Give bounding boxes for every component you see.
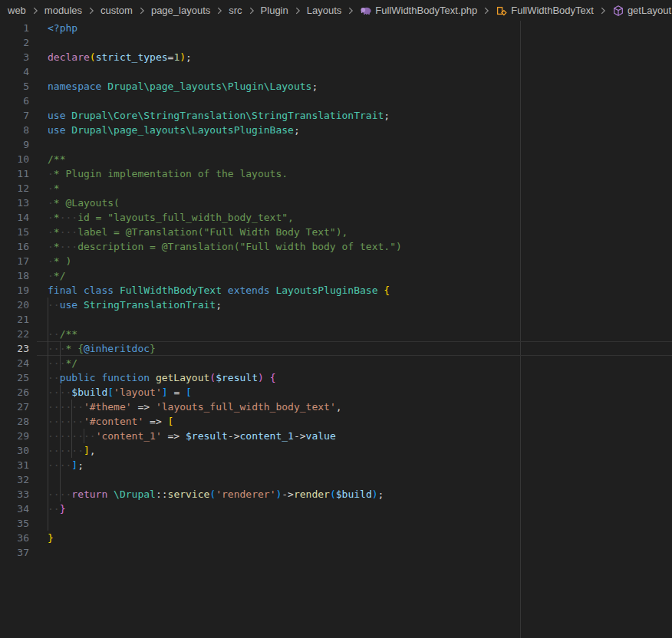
token-b2: { xyxy=(270,372,276,383)
line-number[interactable]: 13 xyxy=(0,196,29,210)
code-line-1[interactable]: 1<?php xyxy=(0,21,672,35)
line-number[interactable]: 1 xyxy=(0,21,29,35)
code-line-8[interactable]: 8use Drupal\page_layouts\LayoutsPluginBa… xyxy=(0,123,672,137)
token-b3: ( xyxy=(209,488,216,500)
line-number[interactable]: 22 xyxy=(0,327,29,341)
code-line-10[interactable]: 10/** xyxy=(0,152,672,166)
line-number[interactable]: 16 xyxy=(0,239,29,254)
line-number[interactable]: 8 xyxy=(0,123,29,137)
code-line-19[interactable]: 19final class FullWidthBodyText extends … xyxy=(0,283,672,298)
code-line-14[interactable]: 14·*···id = "layouts_full_width_body_tex… xyxy=(0,210,672,225)
code-line-5[interactable]: 5namespace Drupal\page_layouts\Plugin\La… xyxy=(0,79,672,94)
code-line-13[interactable]: 13·* @Layouts( xyxy=(0,196,672,210)
line-number[interactable]: 7 xyxy=(0,108,29,123)
code-editor[interactable]: 1<?php23declare(strict_types=1);45namesp… xyxy=(0,21,672,638)
code-line-23[interactable]: 23···* {@inheritdoc} xyxy=(0,341,672,356)
line-number[interactable]: 10 xyxy=(0,152,29,166)
line-number[interactable]: 33 xyxy=(0,487,29,502)
code-line-34[interactable]: 34··} xyxy=(0,502,672,516)
line-number[interactable]: 6 xyxy=(0,94,29,108)
token-comm: { xyxy=(77,343,84,354)
line-number[interactable]: 37 xyxy=(0,545,29,560)
line-number[interactable]: 11 xyxy=(0,166,29,181)
code-line-30[interactable]: 30······], xyxy=(0,443,672,458)
breadcrumb-item-page-layouts[interactable]: page_layouts xyxy=(151,5,210,16)
line-number[interactable]: 29 xyxy=(0,429,29,443)
indent-guide xyxy=(48,472,48,487)
code-line-21[interactable]: 21 xyxy=(0,312,672,327)
token-kw: namespace xyxy=(48,81,107,92)
line-number[interactable]: 35 xyxy=(0,516,29,531)
code-line-2[interactable]: 2 xyxy=(0,35,672,50)
token-b1: } xyxy=(48,532,54,544)
code-line-6[interactable]: 6 xyxy=(0,94,672,108)
line-number[interactable]: 24 xyxy=(0,356,29,370)
line-number[interactable]: 15 xyxy=(0,225,29,239)
line-number[interactable]: 34 xyxy=(0,502,29,516)
code-line-3[interactable]: 3declare(strict_types=1); xyxy=(0,50,672,64)
line-number[interactable]: 31 xyxy=(0,458,29,472)
code-line-27[interactable]: 27······'#theme' => 'layouts_full_width_… xyxy=(0,400,672,414)
token-comm: * ) xyxy=(54,255,71,267)
line-number[interactable]: 30 xyxy=(0,443,29,458)
line-number[interactable]: 5 xyxy=(0,79,29,94)
breadcrumb-item-src[interactable]: src xyxy=(229,5,242,16)
line-number[interactable]: 4 xyxy=(0,64,29,79)
code-line-29[interactable]: 29········'content_1' => $result->conten… xyxy=(0,429,672,443)
token-comm: * xyxy=(54,241,60,252)
line-number[interactable]: 2 xyxy=(0,35,29,50)
code-line-12[interactable]: 12·* xyxy=(0,181,672,196)
line-number[interactable]: 25 xyxy=(0,370,29,385)
code-line-16[interactable]: 16·*···description = @Translation("Full … xyxy=(0,239,672,254)
code-line-15[interactable]: 15·*···label = @Translation("Full Width … xyxy=(0,225,672,239)
code-line-31[interactable]: 31····]; xyxy=(0,458,672,472)
code-line-33[interactable]: 33····return \Drupal::service('renderer'… xyxy=(0,487,672,502)
code-line-9[interactable]: 9 xyxy=(0,137,672,152)
breadcrumb-item-layouts[interactable]: Layouts xyxy=(307,5,342,16)
code-line-4[interactable]: 4 xyxy=(0,64,672,79)
line-number[interactable]: 14 xyxy=(0,210,29,225)
code-line-17[interactable]: 17·* ) xyxy=(0,254,672,268)
breadcrumb-item-plugin[interactable]: Plugin xyxy=(261,5,288,16)
breadcrumb-item-modules[interactable]: modules xyxy=(44,5,82,16)
code-line-22[interactable]: 22··/** xyxy=(0,327,672,341)
token-b1: ] xyxy=(84,445,90,456)
breadcrumb-item-getlayout[interactable]: getLayout xyxy=(612,5,671,17)
code-line-7[interactable]: 7use Drupal\Core\StringTranslation\Strin… xyxy=(0,108,672,123)
token-ws: ·· xyxy=(48,372,60,383)
line-number[interactable]: 18 xyxy=(0,268,29,283)
token-def: ; xyxy=(216,299,222,311)
code-line-25[interactable]: 25··public function getLayout($result) { xyxy=(0,370,672,385)
breadcrumb-item-fullwidthbodytext[interactable]: FullWidthBodyText xyxy=(496,5,594,17)
code-line-28[interactable]: 28······'#content' => [ xyxy=(0,414,672,429)
code-line-24[interactable]: 24···*/ xyxy=(0,356,672,370)
line-number[interactable]: 21 xyxy=(0,312,29,327)
line-number[interactable]: 19 xyxy=(0,283,29,298)
breadcrumb-item-fullwidthbodytext-php[interactable]: FullWidthBodyText.php xyxy=(360,5,477,17)
line-number[interactable]: 26 xyxy=(0,385,29,400)
code-line-32[interactable]: 32 xyxy=(0,472,672,487)
line-number[interactable]: 20 xyxy=(0,298,29,312)
token-ws: · xyxy=(48,212,54,223)
token-def: -> xyxy=(282,488,294,500)
token-comm: /** xyxy=(48,153,65,165)
line-number[interactable]: 36 xyxy=(0,531,29,545)
line-number[interactable]: 32 xyxy=(0,472,29,487)
code-line-11[interactable]: 11·* Plugin implementation of the layout… xyxy=(0,166,672,181)
line-number[interactable]: 9 xyxy=(0,137,29,152)
code-line-26[interactable]: 26····$build['layout'] = [ xyxy=(0,385,672,400)
line-number[interactable]: 28 xyxy=(0,414,29,429)
line-number[interactable]: 27 xyxy=(0,400,29,414)
code-line-20[interactable]: 20··use StringTranslationTrait; xyxy=(0,298,672,312)
breadcrumb-item-custom[interactable]: custom xyxy=(100,5,133,16)
line-number[interactable]: 17 xyxy=(0,254,29,268)
line-number[interactable]: 12 xyxy=(0,181,29,196)
line-number[interactable]: 3 xyxy=(0,50,29,64)
code-line-18[interactable]: 18·*/ xyxy=(0,268,672,283)
code-line-35[interactable]: 35 xyxy=(0,516,672,531)
line-number[interactable]: 23 xyxy=(0,341,29,356)
code-line-37[interactable]: 37 xyxy=(0,545,672,560)
token-comm: /** xyxy=(60,328,77,340)
code-line-36[interactable]: 36} xyxy=(0,531,672,545)
breadcrumb-item-web[interactable]: web xyxy=(8,5,26,16)
